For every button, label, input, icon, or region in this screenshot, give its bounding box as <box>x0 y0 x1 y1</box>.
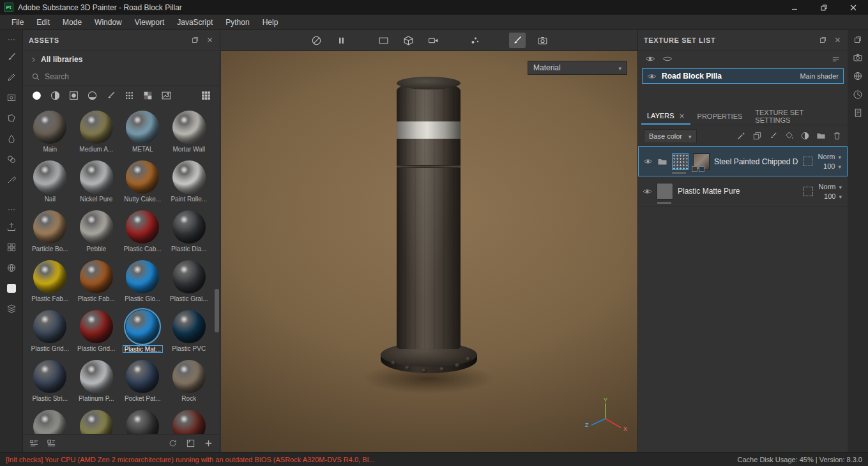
menu-file[interactable]: File <box>5 15 30 29</box>
display-settings-icon[interactable] <box>4 260 19 276</box>
material-item[interactable]: Plastic Grai... <box>169 260 209 303</box>
material-item[interactable]: Plastic PVC <box>169 310 209 353</box>
channel-filter-select[interactable]: Base color <box>644 129 697 143</box>
material-item[interactable]: Nutty Cake... <box>122 160 163 203</box>
refresh-icon[interactable] <box>168 439 178 448</box>
environment-display-icon[interactable] <box>853 71 863 81</box>
layer-visibility-eye-icon[interactable] <box>643 187 652 196</box>
delete-layer-icon[interactable] <box>832 131 842 141</box>
smart-material-thumbnail[interactable] <box>672 153 689 170</box>
material-item[interactable]: Pocket Pat... <box>122 360 163 403</box>
menu-python[interactable]: Python <box>219 15 255 29</box>
road-block-pillar-model[interactable] <box>381 79 476 437</box>
viewport-3d-scene[interactable]: Material Y X Z <box>221 51 637 452</box>
add-group-folder-icon[interactable] <box>816 131 826 141</box>
material-item[interactable]: Plastic Cab... <box>122 210 163 253</box>
axis-gizmo[interactable]: Y X Z <box>584 397 630 437</box>
library-selector[interactable]: All libraries <box>23 50 220 68</box>
filter-smart-masks-icon[interactable] <box>67 89 80 102</box>
material-item[interactable]: Rock <box>169 360 209 403</box>
undock-panel-icon[interactable] <box>853 35 862 44</box>
close-button[interactable] <box>839 0 868 15</box>
group-folder-icon[interactable] <box>657 157 667 167</box>
menu-edit[interactable]: Edit <box>30 15 56 29</box>
add-fill-layer-icon[interactable] <box>784 131 794 141</box>
symmetry-icon[interactable] <box>308 33 324 48</box>
menu-viewport[interactable]: Viewport <box>128 15 171 29</box>
shelf-stack-icon[interactable] <box>4 301 19 316</box>
opacity-select[interactable]: 100 <box>823 192 843 201</box>
white-swatch-icon[interactable] <box>4 281 19 296</box>
history-icon[interactable] <box>853 89 863 100</box>
filter-brushes-icon[interactable] <box>104 89 118 102</box>
material-item[interactable] <box>29 410 70 434</box>
material-item[interactable]: Plastic Fab... <box>76 260 117 303</box>
material-item[interactable]: Plastic Grid... <box>29 310 70 353</box>
tab-properties[interactable]: PROPERTIES <box>692 108 749 125</box>
list-options-icon[interactable] <box>831 54 841 64</box>
tab-layers[interactable]: LAYERS <box>641 108 690 125</box>
menu-mode[interactable]: Mode <box>56 15 88 29</box>
show-all-eye-icon[interactable] <box>645 54 655 64</box>
material-item[interactable]: Plastic Dia... <box>169 210 209 253</box>
polygon-fill-tool-icon[interactable] <box>4 111 19 126</box>
add-paint-layer-icon[interactable] <box>768 131 778 141</box>
undock-panel-icon[interactable] <box>191 36 199 44</box>
menu-window[interactable]: Window <box>88 15 128 29</box>
material-item[interactable]: Pebble <box>76 210 117 253</box>
filter-filters-icon[interactable] <box>86 89 99 102</box>
main-shader-button[interactable]: Main shader <box>800 72 839 80</box>
close-tab-icon[interactable] <box>679 113 685 119</box>
resources-icon[interactable] <box>4 240 19 255</box>
menu-javascript[interactable]: JavaScript <box>171 15 219 29</box>
search-input[interactable] <box>45 72 179 81</box>
blend-mode-select[interactable]: Norm <box>817 152 842 161</box>
add-resource-icon[interactable] <box>204 439 213 448</box>
expand-view-icon[interactable] <box>186 439 195 448</box>
material-item[interactable]: Paint Rolle... <box>169 160 209 203</box>
minimize-button[interactable] <box>780 0 809 15</box>
export-textures-icon[interactable] <box>4 219 19 235</box>
screenshot-icon[interactable] <box>534 33 551 48</box>
restore-button[interactable] <box>809 0 839 15</box>
material-picker-tool-icon[interactable] <box>4 172 19 187</box>
smudge-tool-icon[interactable] <box>4 131 19 146</box>
material-item[interactable]: Plastic Glo... <box>122 260 163 303</box>
filter-smart-materials-icon[interactable] <box>49 89 62 102</box>
tab-texture-set-settings[interactable]: TEXTURE SET SETTINGS <box>749 108 844 125</box>
material-item[interactable]: Nail <box>29 160 70 203</box>
material-preview-thumbnail[interactable] <box>693 153 710 170</box>
view-2d-icon[interactable] <box>375 33 392 48</box>
scrollbar-thumb[interactable] <box>215 289 219 332</box>
blend-mode-select[interactable]: Norm <box>818 182 843 191</box>
mask-placeholder-icon[interactable] <box>803 187 813 196</box>
material-item[interactable]: Main <box>29 111 70 153</box>
material-item[interactable]: Mortar Wall <box>169 111 209 153</box>
solo-eye-icon[interactable] <box>662 54 673 64</box>
layer-row-selected[interactable]: Steel Painted Chipped Dirty Norm 100 <box>638 146 848 176</box>
material-item[interactable]: METAL <box>122 111 163 153</box>
material-item[interactable]: Plastic Stri... <box>29 360 70 403</box>
thumbnails-view-icon[interactable] <box>199 89 213 102</box>
close-panel-icon[interactable] <box>206 36 214 44</box>
projection-tool-icon[interactable] <box>4 90 19 105</box>
details-view-icon[interactable] <box>47 439 56 448</box>
paint-tool-icon[interactable] <box>4 49 19 65</box>
close-panel-icon[interactable] <box>834 36 842 44</box>
clone-tool-icon[interactable] <box>4 151 19 167</box>
particles-icon[interactable] <box>467 33 483 48</box>
eraser-tool-icon[interactable] <box>4 70 19 85</box>
material-item[interactable]: Medium A... <box>76 111 117 153</box>
layer-row[interactable]: Plastic Matte Pure Norm 100 <box>638 176 848 206</box>
material-item[interactable]: Plastic Grid... <box>76 310 117 353</box>
material-item[interactable]: Particle Bo... <box>29 210 70 253</box>
filter-environments-icon[interactable] <box>160 89 173 102</box>
mask-placeholder-icon[interactable] <box>803 157 812 166</box>
add-effect-wand-icon[interactable] <box>736 131 746 141</box>
undock-panel-icon[interactable] <box>819 36 827 44</box>
filter-materials-icon[interactable] <box>30 89 43 102</box>
filter-textures-icon[interactable] <box>141 89 155 102</box>
assets-scrollbar[interactable] <box>215 108 219 431</box>
add-mask-icon[interactable] <box>800 131 810 141</box>
visibility-eye-icon[interactable] <box>647 72 657 81</box>
